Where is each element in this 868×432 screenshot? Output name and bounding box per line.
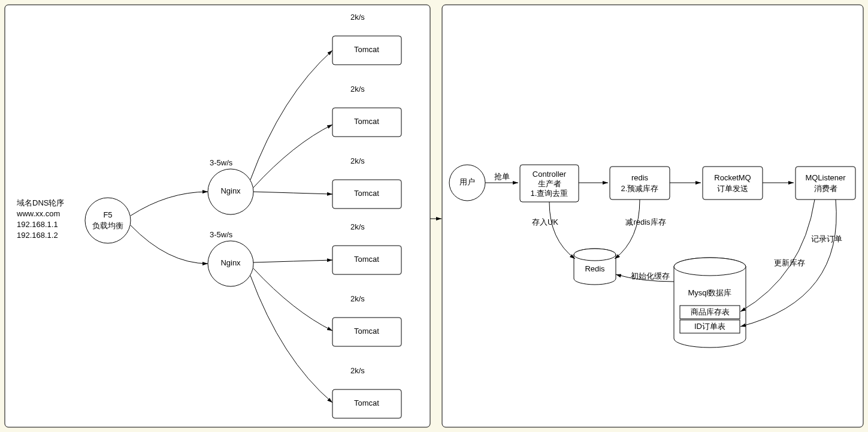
right-panel — [442, 5, 863, 427]
nginx1-label: Nginx — [220, 186, 241, 195]
update-stock-label: 更新库存 — [774, 258, 805, 267]
save-uk-label: 存入UK — [532, 217, 558, 226]
redis-step-l1: redis — [631, 173, 649, 182]
redis-step-l2: 2.预减库存 — [621, 184, 659, 193]
rocketmq-l2: 订单发送 — [717, 184, 748, 193]
mqlistener-l1: MQListener — [805, 173, 846, 182]
user-label: 用户 — [459, 177, 475, 186]
tomcat6-label: Tomcat — [354, 398, 379, 407]
svg-point-3 — [674, 258, 746, 276]
tomcat5-label: Tomcat — [354, 327, 379, 336]
tomcat2-rate: 2k/s — [350, 84, 365, 93]
dns-line1: 域名DNS轮序 — [16, 198, 64, 207]
tomcat5-rate: 2k/s — [350, 294, 365, 303]
mysql-t1-label: 商品库存表 — [691, 307, 730, 316]
nginx1-rate: 3-5w/s — [210, 158, 233, 167]
tomcat1-rate: 2k/s — [350, 13, 365, 22]
tomcat3-rate: 2k/s — [350, 156, 365, 165]
dec-redis-label: 减redis库存 — [625, 217, 666, 226]
init-cache-label: 初始化缓存 — [631, 271, 670, 280]
dns-line2: www.xx.com — [16, 209, 60, 218]
tomcat4-rate: 2k/s — [350, 222, 365, 231]
tomcat6-rate: 2k/s — [350, 366, 365, 375]
rocketmq-box — [703, 167, 763, 200]
f5-label: F5 — [103, 210, 112, 219]
nginx2-rate: 3-5w/s — [210, 230, 233, 239]
grab-label: 抢单 — [494, 172, 510, 181]
redis-step-box — [610, 167, 670, 200]
mysql-title: Mysql数据库 — [688, 288, 732, 297]
tomcat1-label: Tomcat — [354, 45, 379, 54]
svg-point-1 — [574, 249, 616, 261]
mqlistener-box — [796, 167, 855, 200]
dns-line3: 192.168.1.1 — [17, 220, 58, 229]
controller-l1: Controller — [533, 170, 567, 179]
dns-line4: 192.168.1.2 — [17, 231, 58, 240]
mqlistener-l2: 消费者 — [814, 184, 837, 193]
record-order-label: 记录订单 — [811, 234, 842, 243]
controller-l2: 生产者 — [538, 179, 561, 188]
tomcat2-label: Tomcat — [354, 117, 379, 126]
redis-db-label: Redis — [585, 264, 605, 273]
rocketmq-l1: RocketMQ — [714, 173, 751, 182]
controller-l3: 1.查询去重 — [531, 189, 568, 198]
mysql-db-icon — [674, 258, 746, 348]
f5-sublabel: 负载均衡 — [92, 221, 123, 230]
f5-node — [85, 198, 131, 243]
nginx2-label: Nginx — [220, 258, 241, 267]
tomcat4-label: Tomcat — [354, 255, 379, 264]
mysql-t2-label: ID订单表 — [694, 322, 725, 331]
left-panel — [5, 5, 430, 427]
tomcat3-label: Tomcat — [354, 189, 379, 198]
